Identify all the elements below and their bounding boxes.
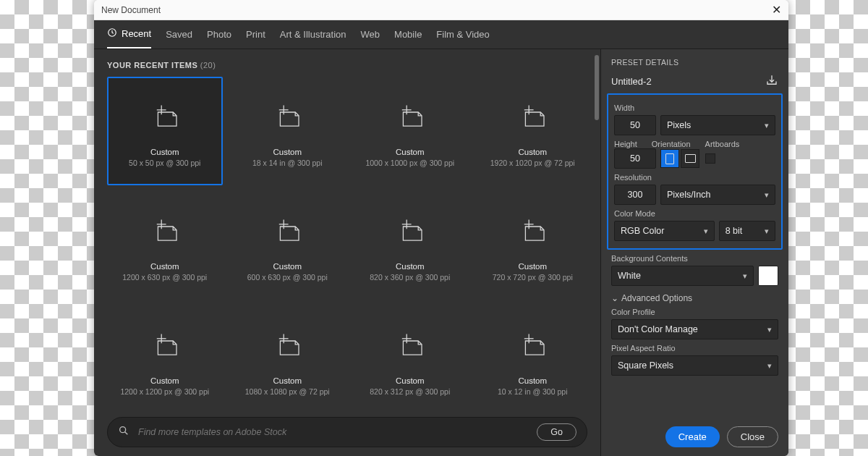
- background-color-swatch[interactable]: [758, 266, 778, 286]
- category-tabs: RecentSavedPhotoPrintArt & IllustrationW…: [94, 20, 788, 49]
- preset-item[interactable]: Custom50 x 50 px @ 300 ppi: [107, 77, 223, 185]
- orientation-landscape-button[interactable]: [681, 149, 699, 168]
- save-preset-icon[interactable]: [765, 74, 778, 89]
- document-icon: [145, 327, 184, 366]
- document-icon: [145, 213, 184, 252]
- document-icon: [513, 98, 552, 138]
- color-mode-select[interactable]: RGB Color ▾: [614, 221, 715, 241]
- pixel-aspect-select[interactable]: Square Pixels ▾: [611, 355, 778, 376]
- preset-dimensions: 820 x 312 px @ 300 ppi: [370, 387, 450, 396]
- preset-item[interactable]: Custom1920 x 1020 px @ 72 ppi: [475, 77, 591, 185]
- chevron-down-icon: ▾: [765, 227, 769, 236]
- document-icon: [268, 327, 307, 366]
- width-unit-select[interactable]: Pixels ▾: [660, 115, 775, 135]
- scrollbar[interactable]: [595, 55, 599, 120]
- document-icon: [268, 98, 307, 138]
- document-icon: [145, 98, 184, 138]
- advanced-options-toggle[interactable]: ⌄ Advanced Options: [611, 293, 778, 303]
- tab-label: Recent: [122, 28, 151, 39]
- preset-dimensions: 10 x 12 in @ 300 ppi: [498, 387, 567, 396]
- preset-dimensions: 50 x 50 px @ 300 ppi: [129, 159, 200, 167]
- tab-web[interactable]: Web: [361, 28, 380, 48]
- preset-name: Custom: [150, 148, 179, 156]
- chevron-down-icon: ⌄: [611, 293, 618, 303]
- recent-count: (20): [200, 61, 216, 69]
- tab-mobile[interactable]: Mobile: [394, 28, 422, 48]
- width-input[interactable]: [614, 115, 656, 135]
- preset-name: Custom: [518, 376, 547, 385]
- color-profile-select[interactable]: Don't Color Manage ▾: [611, 319, 778, 339]
- preset-item[interactable]: Custom600 x 630 px @ 300 ppi: [230, 191, 346, 300]
- tab-film-video[interactable]: Film & Video: [436, 28, 489, 48]
- tab-label: Film & Video: [436, 29, 489, 40]
- presets-panel: YOUR RECENT ITEMS (20) Custom50 x 50 px …: [94, 49, 600, 456]
- preset-item[interactable]: Custom18 x 14 in @ 300 ppi: [230, 77, 346, 185]
- tab-label: Art & Illustration: [280, 29, 346, 40]
- stock-go-button[interactable]: Go: [537, 423, 576, 441]
- stock-search-input[interactable]: [138, 427, 528, 437]
- preset-item[interactable]: Custom720 x 720 px @ 300 ppi: [475, 191, 591, 300]
- preset-name: Custom: [150, 376, 179, 385]
- artboards-checkbox[interactable]: [705, 153, 715, 164]
- window-title: New Document: [101, 5, 161, 15]
- width-unit-value: Pixels: [667, 120, 691, 130]
- close-icon[interactable]: ✕: [772, 3, 781, 17]
- tab-label: Web: [361, 29, 380, 40]
- preset-details-panel: PRESET DETAILS Untitled-2 Width Pixels ▾: [600, 49, 788, 456]
- chevron-down-icon: ▾: [743, 271, 747, 281]
- chevron-down-icon: ▾: [704, 227, 708, 236]
- color-mode-label: Color Mode: [614, 209, 775, 218]
- preset-item[interactable]: Custom1200 x 1200 px @ 300 ppi: [107, 305, 223, 410]
- stock-search-bar: Go: [107, 417, 587, 447]
- titlebar: New Document ✕: [94, 0, 788, 20]
- bg-label: Background Contents: [611, 254, 778, 263]
- preset-name: Custom: [273, 262, 302, 271]
- svg-point-25: [120, 427, 126, 433]
- preset-dimensions: 1920 x 1020 px @ 72 ppi: [490, 159, 575, 167]
- tab-photo[interactable]: Photo: [207, 28, 231, 48]
- document-title[interactable]: Untitled-2: [611, 76, 652, 87]
- preset-item[interactable]: Custom1000 x 1000 px @ 300 ppi: [352, 77, 468, 185]
- document-icon: [391, 213, 430, 252]
- preset-name: Custom: [518, 262, 547, 271]
- new-document-window: New Document ✕ RecentSavedPhotoPrintArt …: [94, 0, 788, 456]
- preset-item[interactable]: Custom1080 x 1080 px @ 72 ppi: [230, 305, 346, 410]
- preset-name: Custom: [518, 148, 547, 156]
- resolution-input[interactable]: [614, 185, 656, 205]
- document-icon: [268, 213, 307, 252]
- document-icon: [513, 213, 552, 252]
- svg-line-26: [125, 432, 128, 435]
- bit-depth-value: 8 bit: [726, 226, 743, 236]
- preset-dimensions: 720 x 720 px @ 300 ppi: [493, 273, 573, 282]
- preset-item[interactable]: Custom820 x 312 px @ 300 ppi: [352, 305, 468, 410]
- preset-item[interactable]: Custom10 x 12 in @ 300 ppi: [475, 305, 591, 410]
- recent-heading: YOUR RECENT ITEMS (20): [107, 61, 597, 69]
- bit-depth-select[interactable]: 8 bit ▾: [719, 221, 775, 241]
- tab-recent[interactable]: Recent: [107, 28, 151, 48]
- preset-item[interactable]: Custom1200 x 630 px @ 300 ppi: [107, 191, 223, 300]
- preset-dimensions: 820 x 360 px @ 300 ppi: [370, 273, 450, 282]
- preset-dimensions: 1080 x 1080 px @ 72 ppi: [245, 387, 330, 396]
- height-input[interactable]: [614, 148, 656, 169]
- close-button[interactable]: Close: [727, 426, 778, 447]
- background-select[interactable]: White ▾: [611, 266, 754, 286]
- create-button[interactable]: Create: [665, 426, 720, 447]
- tab-saved[interactable]: Saved: [166, 28, 192, 48]
- preset-name: Custom: [273, 148, 302, 156]
- tab-label: Print: [246, 29, 265, 40]
- tab-art-illustration[interactable]: Art & Illustration: [280, 28, 346, 48]
- preset-details-heading: PRESET DETAILS: [611, 58, 778, 67]
- document-icon: [391, 327, 430, 366]
- orientation-portrait-button[interactable]: [660, 149, 679, 168]
- resolution-unit-select[interactable]: Pixels/Inch ▾: [660, 185, 775, 205]
- color-profile-value: Don't Color Manage: [618, 324, 698, 334]
- preset-item[interactable]: Custom820 x 360 px @ 300 ppi: [352, 191, 468, 300]
- chevron-down-icon: ▾: [765, 190, 769, 200]
- color-profile-label: Color Profile: [611, 308, 778, 316]
- highlighted-dimensions: Width Pixels ▾ Height Orientation Artboa…: [607, 93, 783, 250]
- tab-print[interactable]: Print: [246, 28, 265, 48]
- tab-label: Mobile: [394, 29, 422, 40]
- chevron-down-icon: ▾: [767, 325, 772, 334]
- orientation-label: Orientation: [652, 140, 691, 148]
- resolution-unit-value: Pixels/Inch: [667, 190, 710, 200]
